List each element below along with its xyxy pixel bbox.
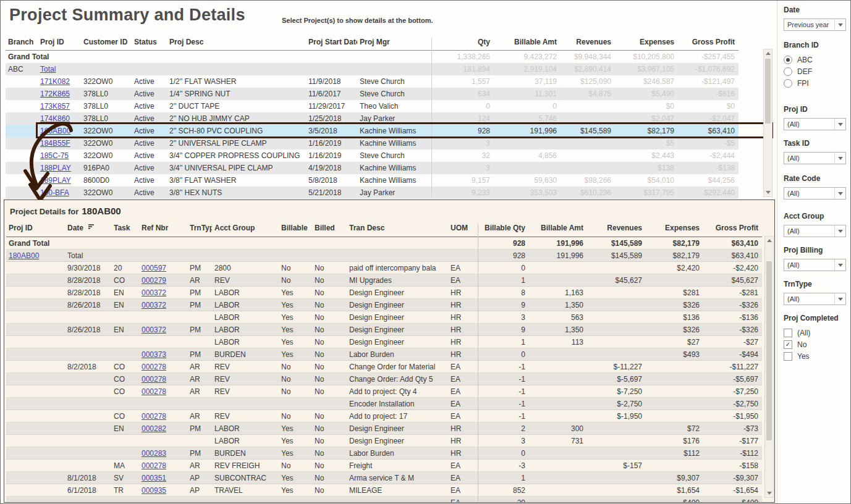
ref-nbr-link[interactable]: 000279 [142,276,166,285]
proj-id-link[interactable]: 188PLAY [40,164,71,172]
details-table-row[interactable]: MA000278ARREV FREIGHNoNoFreightEA-3$-157… [6,460,762,472]
ref-nbr-link[interactable]: 000283 [142,449,166,458]
details-table-row[interactable]: 8/1/2018SV000351APSUBCONTRACYesNoArma se… [6,472,762,484]
dropdown-arrow-button[interactable] [834,293,845,304]
column-header: Proj ID [6,224,65,237]
scroll-down-icon[interactable] [764,188,772,196]
ref-nbr-link[interactable]: 000278 [142,461,166,470]
scrollbar-thumb[interactable] [765,59,771,124]
proj-id-link[interactable]: 173K857 [40,102,70,111]
task-id-filter-dropdown[interactable]: (All) [784,152,846,164]
dropdown-arrow-button[interactable] [834,188,845,199]
scroll-down-icon[interactable] [765,489,773,497]
cell-gross-profit: -$5,697 [703,373,762,385]
details-table-row[interactable]: 8/26/2018EN000372PMLABORYesNoDesign Engi… [6,324,762,336]
details-table-row[interactable]: EN000282PMLABORYesNoDesign EngineerHR230… [6,422,762,435]
details-table-row[interactable]: 8/26/2018EN000372PMLABORYesNoDesign Engi… [6,299,762,311]
details-table-row[interactable]: 8/2/2018CO000278ARREVNoNoChange Order fo… [6,361,762,373]
total-link[interactable]: Total [40,65,56,74]
proj-id-link[interactable]: 185C-75 [40,151,69,160]
radio-option-def[interactable]: DEF [784,65,845,77]
details-table-row[interactable]: LABORYesNoDesign EngineerHR1113$27-$27 [6,336,762,348]
details-table-row[interactable]: 8/28/2018EN000372PMLABORYesNoDesign Engi… [6,287,762,299]
checkbox-option-no[interactable]: ✓No [784,338,845,350]
proj-id-link[interactable]: 174K860 [40,114,70,123]
proj-id-link[interactable]: 172K865 [40,90,70,98]
scroll-up-icon[interactable] [764,49,772,57]
summary-table-row[interactable]: 172K865378LL0Active1/4'' SPRING NUT11/6/… [6,88,739,100]
summary-grand-total-row[interactable]: Grand Total1,338,2659,423,272$9,948,344$… [6,51,739,63]
ref-nbr-link[interactable]: 000278 [142,387,166,396]
cell-expenses: $5 [615,137,678,149]
details-table-row[interactable]: CO000278ARREVNoNoChange Order: Add Qty 5… [6,373,762,385]
cell-branch [6,174,38,187]
ref-nbr-link[interactable]: 000597 [142,264,166,272]
summary-table-row[interactable]: 171K082322OW0Active1/2'' FLAT WASHER11/9… [6,75,739,88]
summary-table-row[interactable]: 180AB00322OW0Active2'' SCH-80 PVC COUPLI… [6,125,739,137]
summary-table-row[interactable]: 173K857378LL0Active2'' DUCT TAPE11/29/20… [6,100,739,112]
details-table-row[interactable]: CO000278ARREVNoNoAdd to project: 17EA-1$… [6,410,762,422]
details-table-row[interactable]: EA20$400$400 [6,497,762,502]
summary-table-row[interactable]: 174K860378LL0Active2'' NO HUB JIMMY CAP1… [6,112,739,125]
proj-id-filter-dropdown[interactable]: (All) [784,118,846,130]
ref-nbr-link[interactable]: 000372 [142,326,166,334]
details-title-prefix: Project Details for [10,207,78,216]
date-filter-dropdown[interactable]: Previous year [784,19,846,31]
ref-nbr-link[interactable]: 000278 [142,375,166,384]
ref-nbr-link[interactable]: 000935 [142,486,166,495]
proj-billing-filter-dropdown[interactable]: (All) [784,259,846,271]
details-table-row[interactable]: CO000278ARREVNoNoAdd to project: Qty 4EA… [6,385,762,398]
checkbox-option-yes[interactable]: Yes [784,350,845,362]
cell-date [65,460,111,471]
cell-task: 20 [111,262,139,274]
ref-nbr-link[interactable]: 000278 [142,363,166,371]
radio-option-abc[interactable]: ABC [784,54,845,65]
details-table-row[interactable]: Encoder InstallationEA-1$-2,750-$2,750 [6,398,762,410]
ref-nbr-link[interactable]: 000373 [142,350,166,359]
details-table-row[interactable]: LABORYesNoDesign EngineerHR3563$136-$136 [6,311,762,324]
radio-option-fpi[interactable]: FPI [784,77,845,89]
dropdown-arrow-button[interactable] [834,225,845,237]
scrollbar-thumb[interactable] [766,261,772,440]
column-header: Expenses [646,224,703,237]
summary-scrollbar[interactable] [763,49,773,197]
summary-branch-total-row[interactable]: ABCTotal181,8942,919,104$2,890,414$3,967… [6,63,739,75]
dropdown-arrow-button[interactable] [834,19,845,30]
proj-id-link[interactable]: 184B55F [40,139,70,148]
dropdown-arrow-button[interactable] [834,259,845,271]
ref-nbr-link[interactable]: 000282 [142,424,166,433]
details-table-row[interactable]: 9/30/201820000597PM2800NoNopaid off inte… [6,262,762,274]
details-table-row[interactable]: 000283PMBURDENYesNoLabor BurdenHR0$112-$… [6,447,762,460]
ref-nbr-link[interactable]: 000372 [142,288,166,297]
details-grand-total-row[interactable]: Grand Total928191,996$145,589$82,179$63,… [6,237,762,250]
cell-billable: No [279,410,312,422]
details-total-row[interactable]: 180AB00Total928191,996$145,589$82,179$63… [6,250,762,262]
summary-table-row[interactable]: 189PLAY8600D0Active3/8'' FLAT WASHER5/8/… [6,174,739,187]
checkbox-option-all[interactable]: (All) [784,327,845,338]
proj-id-link[interactable]: 171K082 [40,77,70,86]
details-table-row[interactable]: 6/1/2018TR000935APTRAVELYesNoMILEAGEEA85… [6,484,762,497]
scroll-up-icon[interactable] [765,237,773,245]
acct-group-filter-dropdown[interactable]: (All) [784,225,846,237]
details-table-row[interactable]: 000373PMBURDENYesNoLabor BurdenHR0$493-$… [6,348,762,361]
details-table-row[interactable]: 8/28/2018CO000279ARREVNoNoMI UpgradesEA1… [6,274,762,287]
proj-id-link[interactable]: 180AB00 [40,127,70,135]
summary-table-row[interactable]: 184B55F322OW0Active2'' UNIVERSAL PIPE CL… [6,137,739,149]
details-scrollbar[interactable] [764,236,774,498]
ref-nbr-link[interactable]: 000372 [142,301,166,309]
ref-nbr-link[interactable]: 000351 [142,474,166,482]
proj-id-link[interactable]: 190-BFA [40,188,69,197]
page-title: Project Summary and Details [9,6,245,25]
summary-table-row[interactable]: 188PLAY916PA0Active3/4'' UNIVERSAL PIPE … [6,162,739,174]
details-table-row[interactable]: LABORYesNoDesign EngineerHR3731$176-$177 [6,435,762,447]
rate-code-filter-dropdown[interactable]: (All) [784,187,846,200]
dropdown-arrow-button[interactable] [834,119,845,130]
proj-id-link[interactable]: 189PLAY [40,176,71,185]
proj-id-link[interactable]: 180AB00 [9,251,39,260]
cell-uom: HR [448,287,478,298]
summary-table-row[interactable]: 185C-75322OW0Active3/4'' COPPER PROPRESS… [6,149,739,162]
summary-table-row[interactable]: 190-BFA322OW0Active3/8'' HEX NUTS5/21/20… [6,187,739,199]
ref-nbr-link[interactable]: 000278 [142,412,166,421]
trntype-filter-dropdown[interactable]: (All) [784,293,846,305]
dropdown-arrow-button[interactable] [834,153,845,164]
